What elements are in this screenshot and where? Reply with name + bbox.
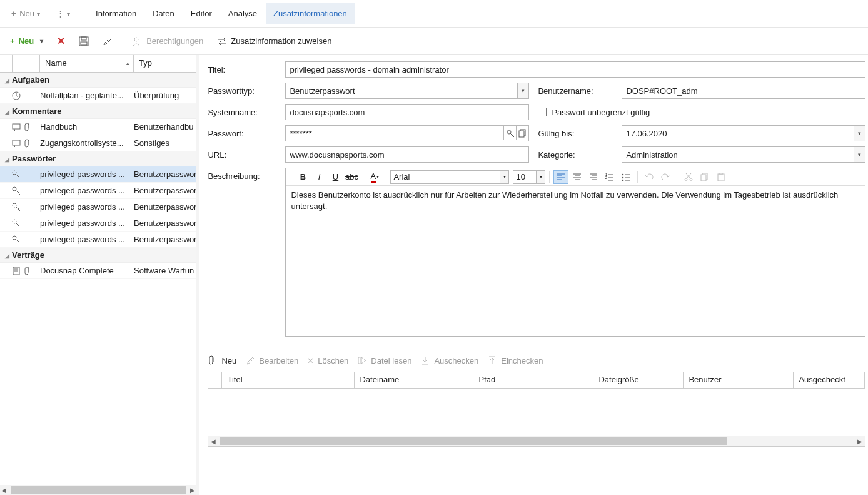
row-docusnap[interactable]: Docusnap Complete Software Wartun <box>0 263 196 279</box>
header-name[interactable]: Name ▴ <box>40 55 134 72</box>
scroll-thumb[interactable] <box>11 486 186 494</box>
input-url[interactable]: www.docusnapsports.com <box>285 146 529 163</box>
scroll-right-icon[interactable]: ▶ <box>855 436 865 446</box>
undo-button[interactable] <box>642 170 657 184</box>
attach-neu[interactable]: Neu <box>208 355 236 365</box>
row-password-5[interactable]: privileged passwords ... Benutzerpasswor <box>0 232 196 248</box>
row-notfallplan[interactable]: Notfallplan - geplante... Überprüfung <box>0 88 196 104</box>
svg-rect-24 <box>701 175 706 181</box>
menu-daten[interactable]: Daten <box>145 3 182 24</box>
pencil-icon <box>103 36 113 46</box>
header-typ[interactable]: Typ <box>134 55 196 72</box>
input-passwort[interactable]: ******* <box>285 125 529 141</box>
toolbar-save[interactable] <box>75 34 93 49</box>
align-right-button[interactable] <box>586 170 601 184</box>
menu-more[interactable]: ⋮▾ <box>49 3 78 24</box>
attachments-header: Titel Dateiname Pfad Dateigröße Benutzer… <box>208 372 865 389</box>
row-zugang[interactable]: Zugangskontrollsyste... Sonstiges <box>0 135 196 151</box>
align-left-button[interactable] <box>553 170 568 184</box>
bold-button[interactable]: B <box>295 170 310 184</box>
menu-neu[interactable]: + Neu▾ <box>4 3 48 24</box>
toolbar-delete[interactable]: ✕ <box>53 33 69 49</box>
header-dateigroesse[interactable]: Dateigröße <box>593 372 684 389</box>
checkbox-unbegrenzt[interactable]: Passwort unbegrenzt gültig <box>538 108 865 117</box>
upload-icon <box>487 355 497 365</box>
header-pfad[interactable]: Pfad <box>473 372 593 389</box>
copy-button[interactable] <box>697 170 712 184</box>
input-titel[interactable]: privileged passwords - domain administra… <box>285 61 865 78</box>
reveal-password-button[interactable] <box>503 126 516 140</box>
scroll-thumb[interactable] <box>220 437 727 445</box>
menu-zusatzinformationen[interactable]: Zusatzinformationen <box>266 3 355 24</box>
group-kommentare[interactable]: ◢Kommentare <box>0 104 196 119</box>
group-vertraege[interactable]: ◢Verträge <box>0 248 196 263</box>
list-bullet-button[interactable] <box>618 170 633 184</box>
chevron-down-icon[interactable]: ▾ <box>854 126 865 141</box>
key-icon <box>11 202 21 212</box>
row-password-1[interactable]: privileged passwords ... Benutzerpasswor <box>0 166 196 183</box>
header-icon[interactable] <box>13 55 40 72</box>
play-icon <box>357 355 367 365</box>
menubar: + Neu▾ ⋮▾ Information Daten Editor Analy… <box>0 0 868 28</box>
scroll-left-icon[interactable]: ◀ <box>1 487 6 494</box>
font-color-button[interactable]: A▾ <box>367 170 382 184</box>
input-benutzername[interactable]: DOSP#ROOT_adm <box>622 83 865 99</box>
scroll-right-icon[interactable]: ▶ <box>190 487 195 494</box>
attach-lesen: Datei lesen <box>357 355 411 365</box>
font-family-select[interactable]: Arial▾ <box>390 170 509 184</box>
sidebar-scrollbar[interactable]: ◀ ▶ <box>0 485 196 495</box>
group-passwoerter[interactable]: ◢Passwörter <box>0 151 196 166</box>
label-beschreibung: Beschreibung: <box>208 168 276 181</box>
menu-analyse[interactable]: Analyse <box>221 3 265 24</box>
italic-button[interactable]: I <box>311 170 326 184</box>
header-ausgecheckt[interactable]: Ausgecheckt <box>794 372 865 389</box>
select-passworttyp[interactable]: Benutzerpasswort▾ <box>285 83 529 99</box>
font-size-select[interactable]: 10▾ <box>513 170 545 184</box>
strikethrough-button[interactable]: abc <box>344 170 359 184</box>
toolbar-edit[interactable] <box>99 34 116 49</box>
menu-editor[interactable]: Editor <box>183 3 220 24</box>
row-password-3[interactable]: privileged passwords ... Benutzerpasswor <box>0 199 196 215</box>
toolbar-zuweisen[interactable]: Zusatzinformation zuweisen <box>213 34 335 49</box>
chevron-down-icon[interactable]: ▾ <box>536 171 545 183</box>
checkbox-icon[interactable] <box>538 108 547 116</box>
scroll-left-icon[interactable]: ◀ <box>208 436 218 446</box>
row-password-4[interactable]: privileged passwords ... Benutzerpasswor <box>0 215 196 232</box>
redo-button[interactable] <box>658 170 673 184</box>
header-benutzer[interactable]: Benutzer <box>684 372 794 389</box>
input-gueltig[interactable]: 17.06.2020▾ <box>622 125 865 141</box>
sort-asc-icon: ▴ <box>126 60 129 66</box>
chevron-down-icon[interactable]: ▾ <box>854 147 865 162</box>
header-blank[interactable] <box>208 372 222 389</box>
sidebar: Name ▴ Typ ◢Aufgaben Notfallplan - gepla… <box>0 55 199 495</box>
list-numbered-button[interactable]: 12 <box>602 170 617 184</box>
cut-button[interactable] <box>681 170 696 184</box>
header-dateiname[interactable]: Dateiname <box>355 372 473 389</box>
underline-button[interactable]: U <box>328 170 343 184</box>
chevron-down-icon: ◢ <box>5 78 9 84</box>
toolbar-neu[interactable]: + Neu▾ <box>6 34 47 48</box>
chevron-down-icon[interactable]: ▾ <box>517 83 528 98</box>
label-systemname: Systemname: <box>208 108 276 117</box>
copy-password-button[interactable] <box>516 126 528 140</box>
paste-button[interactable] <box>714 170 729 184</box>
header-titel[interactable]: Titel <box>222 372 355 389</box>
row-password-2[interactable]: privileged passwords ... Benutzerpasswor <box>0 183 196 199</box>
row-handbuch[interactable]: Handbuch Benutzerhandbu <box>0 119 196 135</box>
select-kategorie[interactable]: Administration▾ <box>622 146 865 163</box>
header-expand[interactable] <box>0 55 13 72</box>
svg-point-19 <box>622 176 624 178</box>
menu-information[interactable]: Information <box>88 3 144 24</box>
attachments-scrollbar[interactable]: ◀ ▶ <box>208 436 865 446</box>
svg-rect-6 <box>13 140 20 145</box>
group-aufgaben[interactable]: ◢Aufgaben <box>0 73 196 88</box>
attach-bearbeiten: Bearbeiten <box>245 355 298 365</box>
svg-rect-1 <box>81 37 86 40</box>
chevron-down-icon[interactable]: ▾ <box>500 171 508 183</box>
editor-content[interactable]: Dieses Benutzerkonto ist ausdrücklich nu… <box>286 186 865 336</box>
form: Titel: privileged passwords - domain adm… <box>208 61 865 337</box>
align-center-button[interactable] <box>570 170 585 184</box>
key-icon <box>11 235 21 245</box>
attachment-icon <box>23 122 33 132</box>
input-systemname[interactable]: docusnapsports.com <box>285 104 529 120</box>
